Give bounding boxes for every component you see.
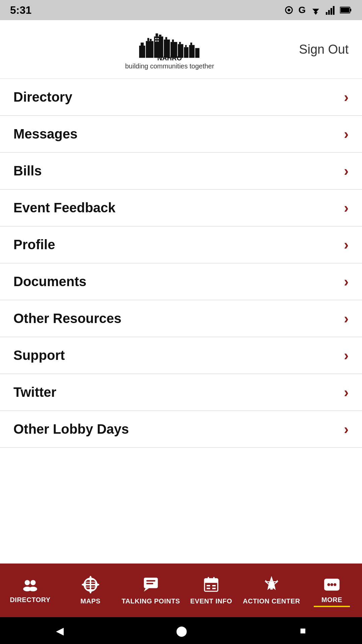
battery-icon <box>340 6 352 14</box>
android-nav: ◀ ⬤ ■ <box>0 617 362 644</box>
svg-rect-58 <box>212 585 216 586</box>
menu-item-label-other-lobby-days: Other Lobby Days <box>13 422 129 437</box>
svg-rect-12 <box>141 42 144 45</box>
menu-item-other-resources[interactable]: Other Resources › <box>0 300 362 337</box>
menu-item-label-messages: Messages <box>13 126 77 142</box>
sign-out-button[interactable]: Sign Out <box>299 42 349 57</box>
menu-item-label-event-feedback: Event Feedback <box>13 200 116 215</box>
svg-marker-3 <box>314 12 318 15</box>
svg-rect-4 <box>326 12 327 15</box>
menu-item-profile[interactable]: Profile › <box>0 226 362 263</box>
maps-nav-icon <box>82 576 99 595</box>
chevron-icon-messages: › <box>344 126 349 142</box>
logo: NAHRO building communities together <box>125 29 214 70</box>
home-button[interactable]: ⬤ <box>176 625 187 637</box>
svg-rect-56 <box>206 585 210 586</box>
svg-point-36 <box>31 580 36 585</box>
svg-rect-33 <box>158 40 159 42</box>
chevron-icon-profile: › <box>344 237 349 253</box>
svg-rect-50 <box>146 580 155 581</box>
menu-item-label-documents: Documents <box>13 274 86 289</box>
status-time: 5:31 <box>10 4 32 16</box>
chevron-icon-other-lobby-days: › <box>344 421 349 437</box>
status-bar: 5:31 G <box>0 0 362 20</box>
menu-list: Directory › Messages › Bills › Event Fee… <box>0 79 362 564</box>
nav-item-talking-points[interactable]: TALKING POINTS <box>121 576 181 605</box>
svg-rect-13 <box>146 41 154 58</box>
svg-rect-57 <box>206 588 210 589</box>
chevron-icon-event-feedback: › <box>344 200 349 216</box>
menu-item-bills[interactable]: Bills › <box>0 153 362 190</box>
nav-item-directory[interactable]: DIRECTORY <box>0 577 60 604</box>
nav-item-maps[interactable]: MAPS <box>60 576 121 605</box>
svg-rect-53 <box>204 579 218 583</box>
logo-tagline: building communities together <box>125 62 214 70</box>
talking-points-nav-icon <box>142 576 160 595</box>
menu-item-directory[interactable]: Directory › <box>0 79 362 116</box>
nav-label-talking-points: TALKING POINTS <box>122 597 180 605</box>
svg-rect-55 <box>213 577 215 580</box>
status-icons: G <box>284 5 352 15</box>
menu-item-label-twitter: Twitter <box>13 385 56 400</box>
svg-rect-30 <box>155 38 157 39</box>
svg-rect-18 <box>159 35 161 36</box>
svg-rect-31 <box>158 38 159 39</box>
directory-nav-icon <box>21 577 39 593</box>
recents-button[interactable]: ■ <box>300 625 306 636</box>
menu-item-twitter[interactable]: Twitter › <box>0 374 362 411</box>
svg-point-65 <box>327 583 330 586</box>
svg-rect-61 <box>270 579 272 581</box>
back-button[interactable]: ◀ <box>56 625 64 637</box>
nav-label-directory: DIRECTORY <box>10 596 50 604</box>
g-icon: G <box>298 5 306 15</box>
svg-point-67 <box>334 583 336 586</box>
nav-label-event-info: EVENT INFO <box>190 597 232 605</box>
svg-point-35 <box>25 580 30 585</box>
svg-rect-14 <box>147 38 149 41</box>
svg-rect-29 <box>195 48 199 58</box>
svg-rect-6 <box>330 8 332 15</box>
svg-text:NAHRO: NAHRO <box>157 54 182 61</box>
nav-label-action-center: ACTION CENTER <box>243 597 300 605</box>
svg-rect-22 <box>172 39 174 42</box>
bottom-nav: DIRECTORY MAPS TALKING POINTS <box>0 564 362 617</box>
more-nav-icon <box>323 577 341 593</box>
svg-rect-7 <box>333 6 335 15</box>
svg-point-1 <box>288 9 290 11</box>
svg-point-66 <box>330 583 333 586</box>
event-info-nav-icon <box>202 576 220 595</box>
svg-rect-59 <box>212 588 216 589</box>
menu-item-support[interactable]: Support › <box>0 337 362 374</box>
svg-rect-54 <box>208 577 209 580</box>
chevron-icon-bills: › <box>344 163 349 179</box>
menu-item-label-profile: Profile <box>13 237 55 252</box>
nav-label-maps: MAPS <box>80 597 101 605</box>
svg-marker-49 <box>144 588 149 591</box>
svg-point-38 <box>29 587 37 591</box>
wifi-icon <box>310 5 322 15</box>
svg-rect-28 <box>190 42 192 45</box>
nav-item-event-info[interactable]: EVENT INFO <box>181 576 241 605</box>
svg-marker-47 <box>96 583 99 585</box>
chevron-icon-support: › <box>344 347 349 364</box>
chevron-icon-directory: › <box>344 89 349 105</box>
chevron-icon-twitter: › <box>344 384 349 400</box>
svg-rect-5 <box>328 10 330 15</box>
svg-rect-25 <box>184 47 189 58</box>
nahro-logo-graphic: NAHRO <box>136 29 203 62</box>
svg-rect-10 <box>350 9 351 11</box>
nav-item-more[interactable]: MORE <box>302 577 362 604</box>
svg-rect-11 <box>139 46 145 58</box>
svg-marker-44 <box>89 577 92 579</box>
menu-item-messages[interactable]: Messages › <box>0 116 362 153</box>
menu-item-documents[interactable]: Documents › <box>0 263 362 300</box>
svg-marker-46 <box>82 583 85 585</box>
autopilot-icon <box>284 5 294 15</box>
svg-rect-15 <box>150 39 152 41</box>
action-center-nav-icon <box>263 576 280 595</box>
menu-item-other-lobby-days[interactable]: Other Lobby Days › <box>0 411 362 448</box>
nav-item-action-center[interactable]: ACTION CENTER <box>241 576 302 605</box>
menu-item-label-directory: Directory <box>13 90 72 105</box>
svg-rect-60 <box>270 588 273 589</box>
menu-item-event-feedback[interactable]: Event Feedback › <box>0 190 362 226</box>
